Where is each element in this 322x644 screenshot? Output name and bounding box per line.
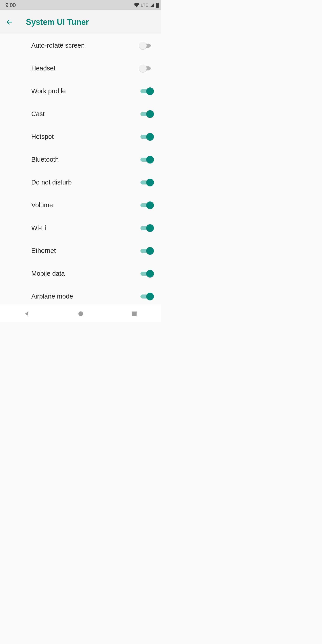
settings-label: Work profile: [31, 88, 140, 95]
settings-row-dnd[interactable]: Do not disturb: [0, 171, 161, 194]
toggle-volume[interactable]: [140, 200, 154, 210]
switch-thumb: [146, 270, 154, 278]
switch-thumb: [139, 64, 147, 72]
nav-recent-button[interactable]: [132, 311, 137, 317]
wifi-icon: [134, 3, 139, 8]
app-bar: System UI Tuner: [0, 10, 161, 34]
nav-home-button[interactable]: [78, 310, 84, 317]
battery-icon: [156, 3, 159, 8]
cell-signal-icon: [150, 3, 154, 8]
switch-thumb: [146, 156, 154, 164]
switch-thumb: [146, 133, 154, 141]
settings-label: Ethernet: [31, 247, 140, 254]
switch-thumb: [146, 224, 154, 232]
switch-thumb: [139, 42, 147, 50]
settings-label: Do not disturb: [31, 179, 140, 186]
toggle-hotspot[interactable]: [140, 132, 154, 141]
settings-label: Hotspot: [31, 133, 140, 140]
svg-point-2: [78, 311, 83, 316]
status-icons: LTE: [134, 3, 159, 8]
page-title: System UI Tuner: [26, 18, 89, 27]
toggle-auto-rotate[interactable]: [140, 41, 154, 50]
screen: 9:00 LTE System UI Tuner Auto-rotate scr…: [0, 0, 161, 322]
settings-row-hotspot[interactable]: Hotspot: [0, 125, 161, 148]
toggle-headset[interactable]: [140, 64, 154, 73]
settings-row-airplane[interactable]: Airplane mode: [0, 285, 161, 305]
svg-rect-1: [156, 3, 159, 8]
toggle-work-profile[interactable]: [140, 86, 154, 96]
network-type-label: LTE: [141, 3, 148, 8]
toggle-dnd[interactable]: [140, 178, 154, 187]
arrow-back-icon: [5, 18, 13, 26]
navigation-bar: [0, 305, 161, 322]
settings-row-headset[interactable]: Headset: [0, 57, 161, 80]
settings-label: Airplane mode: [31, 293, 140, 300]
toggle-wifi[interactable]: [140, 224, 154, 232]
svg-rect-3: [132, 312, 137, 316]
status-bar: 9:00 LTE: [0, 0, 161, 10]
settings-row-cast[interactable]: Cast: [0, 102, 161, 125]
switch-thumb: [146, 110, 154, 118]
settings-row-ethernet[interactable]: Ethernet: [0, 239, 161, 262]
switch-thumb: [146, 202, 154, 209]
svg-rect-0: [156, 3, 158, 3]
settings-label: Headset: [31, 64, 140, 72]
switch-thumb: [146, 88, 154, 95]
settings-label: Cast: [31, 110, 140, 118]
settings-row-volume[interactable]: Volume: [0, 194, 161, 216]
switch-thumb: [146, 247, 154, 255]
nav-back-button[interactable]: [24, 310, 30, 317]
switch-thumb: [146, 293, 154, 300]
settings-label: Mobile data: [31, 270, 140, 277]
settings-label: Wi-Fi: [31, 224, 140, 232]
toggle-ethernet[interactable]: [140, 246, 154, 255]
switch-thumb: [146, 179, 154, 186]
back-button[interactable]: [5, 16, 18, 28]
toggle-mobile-data[interactable]: [140, 269, 154, 278]
settings-row-bluetooth[interactable]: Bluetooth: [0, 148, 161, 171]
settings-row-mobile-data[interactable]: Mobile data: [0, 262, 161, 285]
status-clock: 9:00: [5, 2, 16, 8]
settings-list[interactable]: Auto-rotate screenHeadsetWork profileCas…: [0, 34, 161, 305]
toggle-bluetooth[interactable]: [140, 155, 154, 164]
settings-row-wifi[interactable]: Wi-Fi: [0, 216, 161, 239]
toggle-cast[interactable]: [140, 109, 154, 118]
settings-label: Bluetooth: [31, 156, 140, 163]
toggle-airplane[interactable]: [140, 292, 154, 301]
settings-label: Auto-rotate screen: [31, 42, 140, 49]
settings-row-auto-rotate[interactable]: Auto-rotate screen: [0, 34, 161, 57]
settings-row-work-profile[interactable]: Work profile: [0, 80, 161, 102]
settings-label: Volume: [31, 202, 140, 209]
